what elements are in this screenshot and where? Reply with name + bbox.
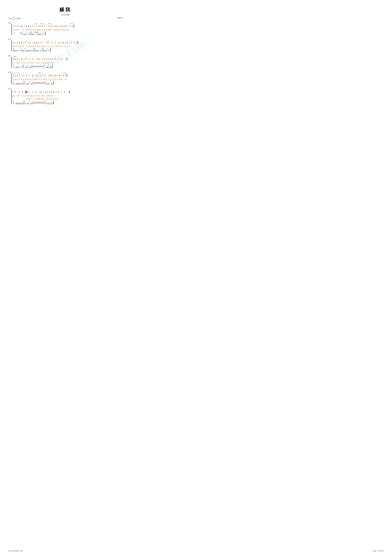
note: 6	[53, 91, 54, 93]
note: 6·	[15, 91, 16, 93]
note: 2	[70, 25, 72, 27]
note: 2· 3	[48, 42, 50, 44]
section-9: (9) 2 6 6 – 6 i 2· 3	[8, 55, 122, 68]
bar-17-3: 2 i 7 7 7 6 6 i	[40, 91, 57, 93]
key-info: 1=A 4 4 ♩=116	[8, 16, 20, 21]
cbar: 6 3 6 3 6 3 6 3	[32, 65, 43, 67]
note: 2	[31, 25, 33, 27]
cbar: 44 4 4 5 5 5	[44, 101, 54, 104]
note: 2· 3	[28, 91, 30, 93]
note: 2	[62, 25, 64, 27]
cbar: 44 4 4 5 5 5	[24, 101, 33, 104]
note: 6	[33, 42, 35, 44]
bar-1-2: 2 i 6 2 2 2 i i 7	[21, 25, 40, 27]
note: 6	[51, 91, 52, 93]
note: i	[40, 58, 42, 60]
cbar: 6 3 6 3 6 3 6 3	[33, 101, 44, 103]
note: i	[36, 58, 37, 60]
note: 2	[66, 25, 68, 27]
note: 3	[55, 42, 56, 44]
note: 7	[42, 58, 44, 60]
note: 6	[60, 25, 62, 27]
note: i	[43, 42, 45, 44]
note: 5	[57, 74, 59, 76]
chord-row-17: 66 6 6 6 3 6 3 44 4 4 5 5 5 6 3 6 3 6 3	[13, 101, 122, 104]
note: 7	[47, 91, 48, 93]
bar-9-3: 2 i 7 7 7 6 6 i	[38, 58, 54, 60]
note: 6	[21, 58, 22, 60]
note: 2· 3	[55, 58, 57, 60]
note: 7	[37, 25, 39, 27]
bar-13-1: 2 i 2 2· 3 3 3· 5	[13, 74, 36, 76]
melody-row-1: 0 5 6 i 2 i 6 2 2 2 i i	[13, 24, 122, 28]
note: i	[15, 42, 16, 44]
staff-5: 2 i 2 3 3 5 6 i 2 i 6 2 2 2 i i	[12, 40, 122, 51]
note: 3	[58, 58, 60, 60]
note: i	[19, 25, 21, 27]
note: i	[23, 25, 25, 27]
note: 5·	[51, 42, 53, 44]
lyrics-row-13: 早就已 不在 太多 爱 恨 纠 缠我 却心口 难开 牵 过了的 手 败给 了依	[13, 78, 122, 81]
chord-row-13: 66 6 6 6 3 6 3 44 4 4 5 5 5 6 3 6 3 6 3	[13, 81, 122, 84]
section-num-9: (9)	[8, 55, 122, 57]
note: 3· 5	[23, 74, 25, 76]
note: 2	[29, 42, 31, 44]
note: 7	[45, 91, 46, 93]
tempo: ♩=116	[15, 17, 20, 20]
author: yinyue	[117, 16, 122, 19]
note: 3	[65, 42, 66, 44]
time-top: 4	[13, 16, 14, 18]
note: 5	[61, 74, 63, 76]
note: 2	[72, 25, 73, 27]
cbar: 6 6 0 6 6 6	[13, 48, 21, 51]
note: 6	[35, 91, 36, 93]
note: 6	[61, 58, 63, 60]
cbar: 44 4 4 5 5 5	[24, 81, 33, 84]
note: 7	[46, 58, 48, 60]
note: 2	[13, 58, 14, 60]
note: 2	[38, 58, 40, 60]
note: i	[38, 74, 40, 76]
bar-13-3: 6 3 6 5 6 5 6 i	[50, 74, 67, 76]
staff-17: i 6· 0 6 i	[12, 90, 122, 104]
note: 2	[37, 42, 39, 44]
note: i	[15, 74, 16, 76]
note: 6	[21, 91, 23, 93]
cbar: 44 4 4 5 5 5	[44, 81, 54, 84]
note: 7	[49, 91, 50, 93]
cbar: 0 0	[13, 32, 21, 34]
time-sig: 4 4	[13, 16, 14, 21]
key-label: 1=A	[8, 17, 12, 20]
note: 6	[16, 58, 18, 60]
chord-row-1: 0 0 44 0 4 5 0 5 66 0 6 6 6 44	[13, 31, 122, 35]
note: 6	[26, 25, 27, 27]
lyrics-row-9: 来 悠然 之 间 已 是 春去又 秋来 长发 及 腰 你 却	[13, 61, 122, 64]
note: 3	[21, 42, 22, 44]
cbar: 44 0 4 5 0 5	[37, 31, 45, 35]
note: 3	[21, 74, 23, 76]
melody-row-17: i 6· 0 6 i	[13, 90, 122, 94]
note: 6	[26, 74, 27, 76]
section-num-17: (17)	[8, 88, 122, 90]
cbar: 4 4 4 0 4 5 5 0 5	[21, 48, 34, 51]
note: 2	[40, 74, 42, 76]
note: 6·	[45, 74, 46, 76]
note: 2· 3	[57, 91, 59, 93]
bar-17-1: i 6· 0 6 i	[13, 91, 28, 93]
note: 3	[29, 58, 30, 60]
note: 3	[19, 42, 21, 44]
note: i	[68, 25, 70, 27]
note: 3	[69, 42, 70, 44]
melody-row-13: 2 i 2 2· 3 3 3· 5	[13, 73, 122, 78]
note: 3	[61, 91, 62, 93]
note: 5	[23, 42, 24, 44]
bar-5-1: 2 i 2 3 3 5 6 i	[13, 42, 29, 44]
note: 6	[17, 25, 18, 27]
bar-5-3: 2· 3 5· 3 2 3	[48, 42, 62, 44]
bar-5-2: 2 i 6 2 2 2 i i 2	[29, 42, 48, 44]
note: 2	[45, 42, 47, 44]
bar-9-1: 2 6 6 – 6 i	[13, 58, 25, 60]
note: 2	[41, 91, 43, 93]
bar-13-2: 2 i 2 2· 3 6· 5	[36, 74, 50, 76]
note: i	[48, 25, 49, 27]
